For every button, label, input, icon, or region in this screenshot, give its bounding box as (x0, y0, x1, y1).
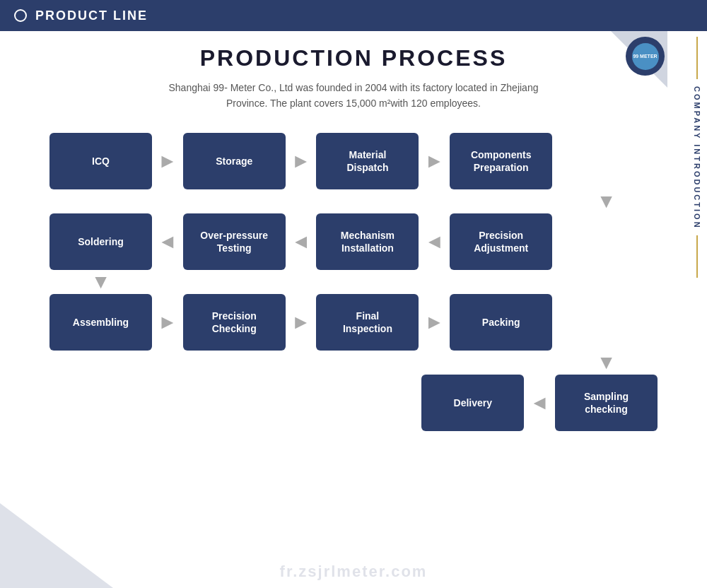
arrow-down-1: ▼ (597, 192, 617, 211)
side-label-text: COMPANY INTRODUCTION (693, 86, 701, 230)
arrow-mechanism-overpressure: ◄ (291, 230, 311, 253)
arrow-storage-material: ► (291, 150, 311, 172)
v-row-3: ▼ (42, 351, 665, 375)
arrow-assembling-precision: ► (158, 311, 177, 334)
arrow-down-2: ▼ (91, 272, 111, 292)
logo-inner: 99 METER (632, 43, 659, 70)
flow-box-delivery: Delivery (421, 375, 524, 431)
flow-box-precision-adjustment: PrecisionAdjustment (450, 213, 552, 270)
flow-box-material-dispatch: MaterialDispatch (316, 133, 419, 189)
flow-row-1: ICQ ► Storage ► MaterialDispatch ► Compo… (42, 133, 665, 189)
flow-box-components-preparation: ComponentsPreparation (450, 133, 552, 189)
v-row-2: ▼ (42, 270, 665, 294)
flow-box-mechanism-installation: MechanismInstallation (316, 213, 419, 270)
side-line-top (696, 37, 698, 79)
side-line-bottom (696, 235, 698, 278)
subtitle: Shanghai 99- Meter Co., Ltd was founded … (42, 80, 665, 112)
arrow-final-packing: ► (424, 311, 444, 334)
flow-box-soldering: Soldering (49, 213, 152, 270)
arrow-sampling-delivery: ◄ (530, 392, 549, 414)
flow-box-sampling-checking: Samplingchecking (555, 375, 658, 431)
flow-box-final-inspection: FinalInspection (316, 294, 419, 351)
page-title: PRODUCTION PROCESS (42, 45, 665, 71)
flow-box-storage: Storage (183, 133, 286, 189)
arrow-down-3: ▼ (597, 353, 617, 372)
arrow-precision-mechanism: ◄ (424, 230, 444, 253)
arrow-precision-final: ► (291, 311, 311, 334)
flow-box-over-pressure-testing: Over-pressureTesting (183, 213, 286, 270)
subtitle-line2: Province. The plant covers 15,000 m²with… (226, 98, 481, 109)
header: PRODUCT LINE (0, 0, 707, 31)
flow-box-assembling: Assembling (49, 294, 152, 351)
flow-box-icq: ICQ (49, 133, 152, 189)
watermark: fr.zsjrlmeter.com (280, 563, 428, 581)
subtitle-line1: Shanghai 99- Meter Co., Ltd was founded … (169, 82, 539, 93)
arrow-material-components: ► (424, 150, 444, 172)
flow-row-4: Delivery ◄ Samplingchecking (42, 375, 665, 431)
flow-row-3: Assembling ► PrecisionChecking ► FinalIn… (42, 294, 665, 351)
logo-area: 99 METER (602, 31, 687, 95)
logo-circle: 99 METER (626, 37, 665, 76)
header-title: PRODUCT LINE (35, 8, 148, 23)
arrow-overpressure-soldering: ◄ (158, 230, 177, 253)
logo-text: 99 METER (633, 54, 657, 59)
bottom-triangle-decoration (0, 503, 113, 588)
flow-diagram: ICQ ► Storage ► MaterialDispatch ► Compo… (42, 133, 665, 431)
flow-row-2: Soldering ◄ Over-pressureTesting ◄ Mecha… (42, 213, 665, 270)
header-circle-icon (14, 9, 27, 22)
side-label: COMPANY INTRODUCTION (687, 31, 707, 300)
v-row-1: ▼ (42, 189, 665, 213)
flow-box-precision-checking: PrecisionChecking (183, 294, 286, 351)
arrow-icq-storage: ► (158, 150, 177, 172)
flow-box-packing: Packing (450, 294, 552, 351)
rows-container: ICQ ► Storage ► MaterialDispatch ► Compo… (42, 133, 665, 431)
main-content: PRODUCTION PROCESS Shanghai 99- Meter Co… (0, 31, 707, 445)
